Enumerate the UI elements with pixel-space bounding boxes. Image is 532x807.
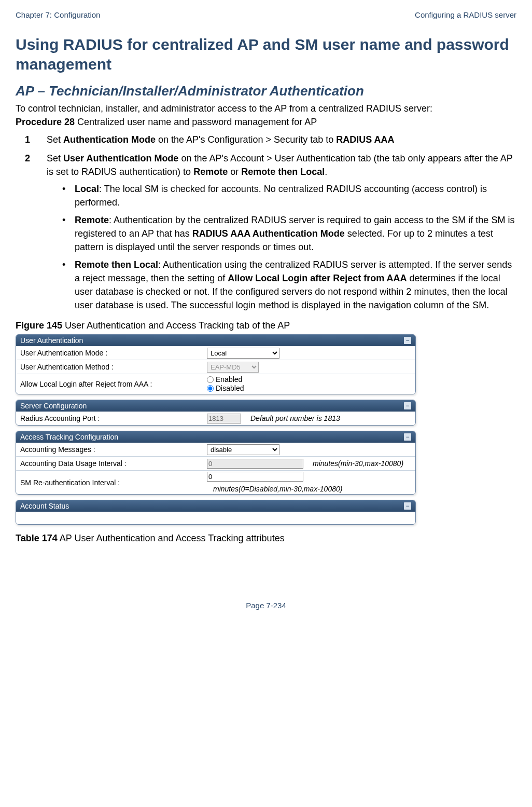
page-title: Using RADIUS for centralized AP and SM u… [16,35,516,74]
panel-title: Server Configuration [20,402,87,410]
page-footer: Page 7-234 [16,601,516,610]
row-label: Accounting Data Usage Interval : [20,459,207,468]
collapse-icon[interactable]: − [404,402,411,409]
row-label: Accounting Messages : [20,445,207,454]
panel-user-authentication: User Authentication − User Authenticatio… [16,334,416,394]
radio-enabled-input[interactable] [207,376,214,383]
panel-title: User Authentication [20,336,83,345]
radio-disabled[interactable]: Disabled [207,384,244,393]
panel-title: Account Status [20,502,69,510]
radio-enabled[interactable]: Enabled [207,375,244,384]
step-2: 2 Set User Authentication Mode on the AP… [47,152,516,312]
port-hint: Default port number is 1813 [250,414,340,422]
panel-account-status: Account Status − [16,500,416,525]
bullet-remote-then-local: Remote then Local: Authentication using … [62,258,516,312]
row-label: User Authentication Method : [20,363,207,371]
row-label: Radius Accounting Port : [20,414,207,422]
interval-hint: minutes(min-30,max-10080) [313,459,403,468]
panel-server-configuration: Server Configuration − Radius Accounting… [16,400,416,426]
table-caption-line: Table 174 AP User Authentication and Acc… [16,533,516,544]
accounting-messages-select[interactable]: disable [207,444,279,455]
figure-label: Figure 145 [16,320,62,331]
header-right: Configuring a RADIUS server [415,10,516,19]
row-label: SM Re-authentication Interval : [20,478,207,487]
intro-text: To control technician, installer, and ad… [16,102,516,115]
reauth-hint: minutes(0=Disabled,min-30,max-10080) [213,485,342,493]
step-number: 1 [25,133,30,146]
row-label: User Authentication Mode : [20,349,207,357]
bullet-local: Local: The local SM is checked for accou… [62,182,516,209]
table-caption: AP User Authentication and Access Tracki… [60,533,285,543]
header-left: Chapter 7: Configuration [16,10,100,19]
procedure-label: Procedure 28 [16,117,75,127]
table-label: Table 174 [16,533,58,543]
panel-title: Access Tracking Configuration [20,433,118,441]
section-subtitle: AP – Technician/Installer/Administrator … [16,83,516,99]
radius-port-input [207,414,241,423]
procedure-line: Procedure 28 Centralized user name and p… [16,117,516,128]
row-label: Allow Local Login after Reject from AAA … [20,380,207,388]
accounting-interval-input [207,459,303,469]
user-auth-method-select: EAP-MD5 [207,362,259,373]
user-auth-mode-select[interactable]: Local [207,348,279,359]
collapse-icon[interactable]: − [404,502,411,510]
radio-disabled-input[interactable] [207,385,214,392]
collapse-icon[interactable]: − [404,337,411,344]
figure-caption-line: Figure 145 User Authentication and Acces… [16,320,516,331]
bullet-remote: Remote: Authentication by the centralize… [62,213,516,254]
step-1: 1 Set Authentication Mode on the AP's Co… [47,133,516,146]
collapse-icon[interactable]: − [404,433,411,441]
figure-caption: User Authentication and Access Tracking … [65,320,290,331]
reauth-interval-input[interactable] [207,472,303,482]
step-number: 2 [25,152,30,165]
panel-access-tracking: Access Tracking Configuration − Accounti… [16,431,416,495]
procedure-text: Centralized user name and password manag… [77,117,317,127]
